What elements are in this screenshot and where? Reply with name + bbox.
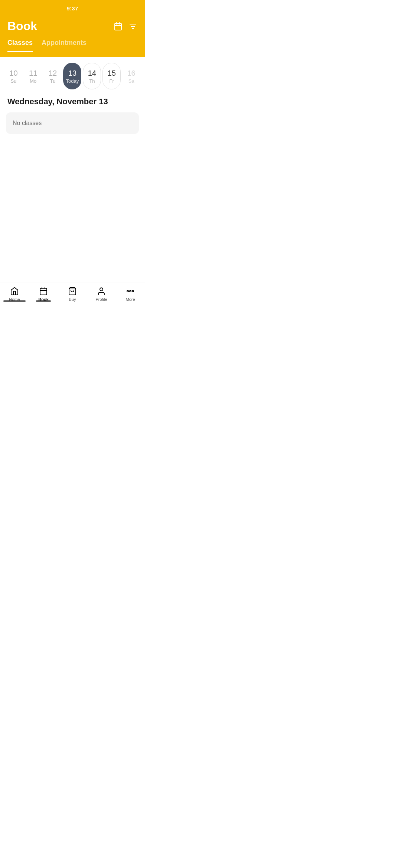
filter-icon[interactable] <box>128 22 137 31</box>
day-item-10[interactable]: 10 Su <box>4 63 23 89</box>
day-number-15: 15 <box>108 69 116 78</box>
nav-item-profile[interactable]: Profile <box>87 287 116 302</box>
day-number-12: 12 <box>49 69 57 78</box>
nav-label-book: Book <box>38 297 49 302</box>
day-number-14: 14 <box>88 69 96 78</box>
svg-point-13 <box>127 290 128 292</box>
day-label-14: Th <box>89 78 95 84</box>
book-icon <box>39 287 48 296</box>
header-spacer <box>0 52 145 57</box>
day-number-10: 10 <box>9 69 17 78</box>
home-icon <box>10 287 19 296</box>
status-time: 9:37 <box>66 5 78 11</box>
day-label-15: Fr <box>110 78 114 84</box>
profile-icon <box>97 287 106 296</box>
day-item-14[interactable]: 14 Th <box>83 63 101 89</box>
header: Book <box>0 16 145 33</box>
header-icons <box>114 22 137 31</box>
day-item-12[interactable]: 12 Tu <box>44 63 62 89</box>
day-label-12: Tu <box>50 78 56 84</box>
svg-rect-0 <box>115 23 121 30</box>
day-number-13: 13 <box>68 69 76 78</box>
nav-item-more[interactable]: More <box>116 287 145 302</box>
nav-label-more: More <box>125 297 135 302</box>
nav-item-home[interactable]: Home <box>0 287 29 302</box>
day-item-11[interactable]: 11 Mo <box>24 63 42 89</box>
nav-item-buy[interactable]: Buy <box>58 287 87 302</box>
tab-classes[interactable]: Classes <box>7 39 33 52</box>
day-item-16[interactable]: 16 Sa <box>122 63 140 89</box>
nav-label-buy: Buy <box>69 297 76 302</box>
status-bar: 9:37 <box>0 0 145 16</box>
no-classes-card: No classes <box>6 112 139 134</box>
content-area: 10 Su 11 Mo 12 Tu 13 Today 14 Th 15 Fr <box>0 57 145 134</box>
nav-active-indicator <box>3 300 26 302</box>
day-label-today: Today <box>66 78 79 84</box>
date-heading-text: Wednesday, November 13 <box>7 97 108 106</box>
bottom-nav: Home Book Buy Profile <box>0 283 145 313</box>
svg-rect-7 <box>40 288 47 295</box>
nav-item-book[interactable]: Book <box>29 287 58 302</box>
svg-point-14 <box>130 290 131 292</box>
day-label-10: Su <box>10 78 16 84</box>
day-item-15[interactable]: 15 Fr <box>102 63 121 89</box>
svg-point-15 <box>132 290 134 292</box>
day-number-11: 11 <box>29 69 37 78</box>
no-classes-text: No classes <box>13 120 42 126</box>
tabs-bar: Classes Appointments <box>0 33 145 52</box>
nav-label-profile: Profile <box>95 297 107 302</box>
date-heading: Wednesday, November 13 <box>0 95 145 112</box>
tab-appointments[interactable]: Appointments <box>42 39 87 52</box>
day-label-11: Mo <box>30 78 36 84</box>
more-icon <box>126 287 135 296</box>
calendar-icon[interactable] <box>114 22 123 31</box>
day-label-16: Sa <box>128 78 134 84</box>
day-number-16: 16 <box>127 69 135 78</box>
day-item-13[interactable]: 13 Today <box>63 63 81 89</box>
calendar-strip: 10 Su 11 Mo 12 Tu 13 Today 14 Th 15 Fr <box>0 57 145 95</box>
svg-point-12 <box>100 288 103 291</box>
buy-icon <box>68 287 77 296</box>
page-title: Book <box>7 19 37 33</box>
